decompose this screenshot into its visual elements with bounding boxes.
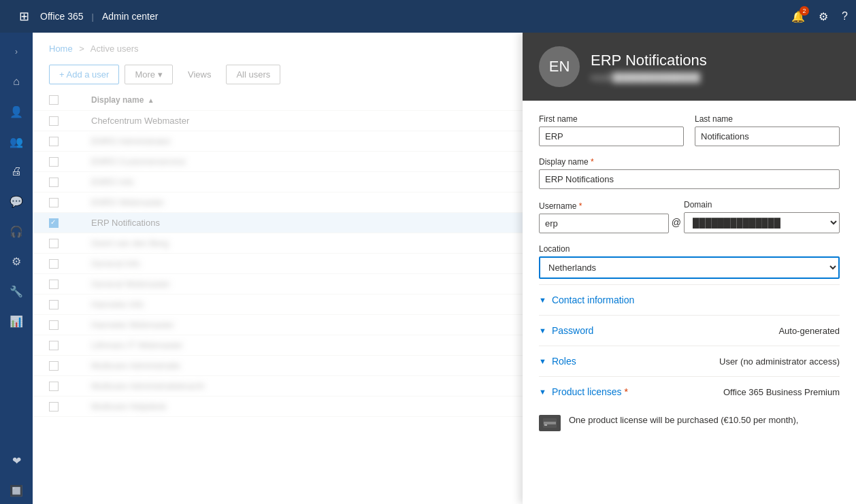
contact-chevron-down-icon: ▼ [539,296,546,304]
license-icon [539,415,561,431]
sidebar-item-admin-centers[interactable]: 🔲 [3,477,30,504]
panel-username: ERP Notifications [591,52,840,69]
add-user-button[interactable]: + Add a user [49,65,119,84]
sidebar-item-support[interactable]: 🎧 [3,218,30,245]
first-name-label: First name [539,114,684,124]
last-name-input[interactable] [695,127,840,146]
license-info-text: One product license will be purchased (€… [569,415,798,425]
more-button[interactable]: More ▾ [125,65,173,84]
breadcrumb-home[interactable]: Home [49,44,73,54]
views-button[interactable]: Views [178,65,220,84]
cell-display-name: ENRO Webmaster [75,192,597,213]
username-group: Username * [539,201,669,233]
row-checkbox[interactable] [49,116,59,126]
domain-select[interactable]: ██████████████ [684,212,840,233]
row-checkbox[interactable] [49,341,59,350]
sidebar-item-groups[interactable]: 👥 [3,128,30,155]
all-users-button[interactable]: All users [226,65,280,84]
sidebar-item-users[interactable]: 👤 [3,98,30,125]
row-checkbox[interactable] [49,239,59,248]
cell-display-name: Multicare Administratie [75,356,597,376]
sidebar-item-resources[interactable]: 🖨 [3,158,30,185]
last-name-label: Last name [695,114,840,124]
help-icon[interactable]: ? [842,10,848,22]
waffle-menu-icon[interactable]: ⊞ [19,9,29,24]
row-checkbox[interactable] [49,280,59,289]
cell-display-name: General Info [75,254,597,274]
row-checkbox[interactable] [49,259,59,269]
product-licenses-header[interactable]: ▼ Product licenses * Office 365 Business… [539,386,840,397]
sidebar-item-reports[interactable]: 📊 [3,307,30,335]
password-label: Password [552,325,593,336]
cell-display-name: Chefcentrum Webmaster [75,111,597,131]
roles-label: Roles [552,356,576,367]
cell-display-name: ENRO Customerservice [75,152,597,172]
password-chevron-down-icon: ▼ [539,326,546,335]
display-name-label: Display name * [539,157,840,167]
row-checkbox[interactable] [49,320,59,330]
row-checkbox[interactable] [49,157,59,167]
row-checkbox[interactable] [49,361,59,371]
cell-display-name: ERP Notifications [75,213,597,233]
sidebar-item-settings[interactable]: ⚙ [3,248,30,275]
notification-icon[interactable]: 🔔 2 [791,10,805,23]
product-licenses-chevron-down-icon: ▼ [539,388,546,396]
row-checkbox[interactable] [49,300,59,309]
contact-info-label: Contact information [552,295,634,305]
contact-info-header[interactable]: ▼ Contact information [539,295,840,305]
breadcrumb-current: Active users [90,44,139,54]
display-name-input[interactable] [539,169,840,189]
sort-icon: ▲ [148,97,154,104]
cell-display-name: Multicare Administratiekracht [75,376,597,397]
cell-display-name: Lithmars IT Webmaster [75,335,597,356]
password-section: ▼ Password Auto-generated [539,315,840,346]
user-detail-panel: EN ERP Notifications erp@██████████████ … [523,33,856,504]
row-checkbox[interactable] [49,382,59,391]
sidebar-item-setup[interactable]: 🔧 [3,278,30,305]
sidebar-item-health[interactable]: ❤ [3,447,30,474]
panel-user-info: ERP Notifications erp@██████████████ [591,52,840,82]
cell-display-name: General Webmaster [75,274,597,295]
main-content: Home > Active users + Add a user More ▾ … [33,33,856,504]
sidebar-item-home[interactable]: ⌂ [3,68,30,95]
product-licenses-label: Product licenses * [552,386,628,397]
username-label: Username * [539,201,669,211]
row-checkbox[interactable] [49,198,59,207]
row-checkbox[interactable] [49,218,59,228]
row-checkbox[interactable] [49,402,59,411]
name-row: First name Last name [539,114,840,146]
sidebar: › ⌂ 👤 👥 🖨 💬 🎧 ⚙ 🔧 📊 ❤ 🔲 [0,33,33,504]
col-display-name[interactable]: Display name ▲ [75,90,597,111]
product-licenses-value: Office 365 Business Premium [723,387,840,397]
svg-rect-2 [544,424,547,426]
roles-value: User (no administrator access) [719,356,840,367]
first-name-input[interactable] [539,127,684,146]
display-name-group: Display name * [539,157,840,189]
more-label: More [135,69,155,80]
cell-display-name: ENRO Info [75,172,597,192]
select-all-checkbox[interactable] [49,95,59,105]
password-header[interactable]: ▼ Password Auto-generated [539,325,840,336]
section-title: Admin center [102,11,158,22]
username-domain-row: Username * @ Domain ██████████████ [539,200,840,233]
settings-icon[interactable]: ⚙ [819,10,828,23]
display-name-required: * [591,157,594,167]
roles-chevron-down-icon: ▼ [539,357,546,365]
breadcrumb-separator: > [79,44,84,54]
location-select[interactable]: Netherlands United States United Kingdom… [539,256,840,279]
row-checkbox[interactable] [49,178,59,187]
sidebar-item-billing[interactable]: 💬 [3,188,30,215]
domain-group: Domain ██████████████ [684,200,840,233]
cell-display-name: Hanneke Info [75,295,597,315]
row-checkbox[interactable] [49,137,59,146]
sidebar-expand-button[interactable]: › [3,38,30,65]
roles-section: ▼ Roles User (no administrator access) [539,346,840,376]
username-input[interactable] [539,214,669,233]
roles-header[interactable]: ▼ Roles User (no administrator access) [539,356,840,367]
domain-label: Domain [684,200,840,209]
cell-display-name: Hanneke Webmaster [75,315,597,335]
svg-rect-1 [544,422,556,424]
username-required: * [579,201,582,211]
password-value: Auto-generated [778,326,840,336]
first-name-group: First name [539,114,684,146]
